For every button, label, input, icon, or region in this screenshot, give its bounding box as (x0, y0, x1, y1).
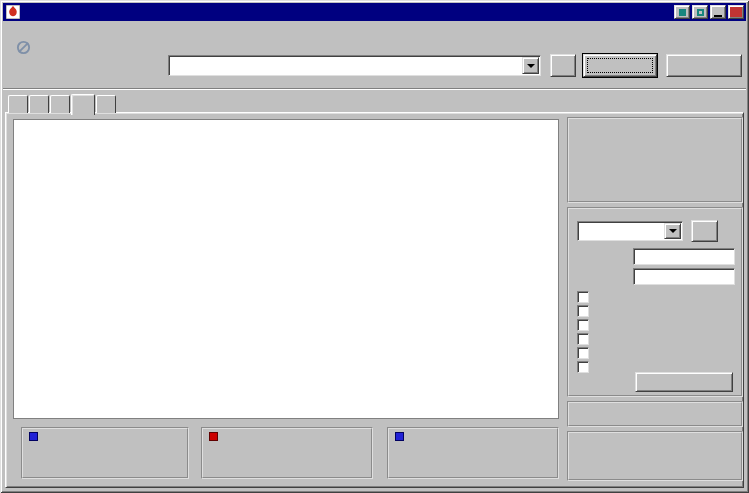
minimize-button[interactable] (710, 5, 726, 19)
disc-quality-panel (5, 112, 744, 488)
stat-pi-errors (21, 427, 189, 479)
exit-button[interactable] (666, 54, 742, 77)
checkbox-quick-scan[interactable] (577, 291, 735, 305)
menu-file[interactable] (5, 28, 19, 32)
minimize-icon (714, 15, 722, 17)
app-icon (6, 5, 22, 19)
toolbar-separator (3, 88, 746, 90)
app-glyph-icon (697, 9, 704, 16)
toolbar (3, 39, 746, 88)
app-glyph-icon (679, 9, 686, 16)
speed-select-arrow[interactable] (664, 223, 681, 239)
tab-bar (8, 92, 117, 113)
chevron-down-icon (669, 229, 677, 233)
tab-disc-info[interactable] (50, 95, 70, 113)
progress-box (567, 431, 743, 481)
checkbox-icon (577, 347, 589, 359)
menu-extra[interactable] (33, 28, 47, 32)
eject-hand-button[interactable] (550, 54, 576, 77)
disc-info-row (577, 145, 733, 159)
titlebar-app-button-1[interactable] (674, 5, 690, 19)
chart-canvas (13, 119, 559, 419)
close-button[interactable] (728, 5, 744, 19)
drive-select-arrow[interactable] (522, 57, 539, 74)
pi-errors-legend-icon (29, 432, 38, 441)
advanced-button[interactable] (635, 372, 733, 392)
menu-bar (3, 21, 746, 39)
checkbox-show-jitter[interactable] (577, 333, 735, 347)
jitter-legend-icon (395, 432, 404, 441)
drive-select[interactable] (168, 55, 541, 76)
checkbox-icon (577, 291, 589, 303)
start-button[interactable] (583, 54, 657, 77)
titlebar-app-button-2[interactable] (692, 5, 708, 19)
tab-benchmark[interactable] (8, 95, 28, 113)
checkbox-show-c1-pie[interactable] (577, 305, 735, 319)
titlebar-buttons (674, 5, 744, 19)
title-bar (3, 3, 746, 21)
refresh-button[interactable] (691, 220, 718, 242)
disc-info-row (577, 161, 733, 175)
pi-failures-legend-icon (209, 432, 218, 441)
checkbox-icon (577, 305, 589, 317)
checkbox-icon (577, 361, 589, 373)
checkbox-icon (577, 319, 589, 331)
checkbox-show-c2-pif[interactable] (577, 319, 735, 333)
tab-disc-quality[interactable] (71, 94, 95, 115)
pif-jitter-chart (50, 270, 538, 392)
cd-dvd-speed-wordmark (13, 40, 163, 55)
tab-scandisc[interactable] (96, 95, 116, 113)
end-position-field[interactable] (633, 268, 735, 285)
app-window (0, 0, 749, 493)
tab-create-disc[interactable] (29, 95, 49, 113)
disc-info-row (577, 177, 733, 191)
disc-info-group (567, 117, 743, 203)
nero-logo (13, 40, 163, 55)
settings-group (567, 207, 743, 397)
speed-gauge-icon (16, 40, 31, 55)
menu-help[interactable] (47, 28, 61, 32)
stat-jitter (387, 427, 559, 479)
pi-errors-chart (50, 126, 538, 248)
stat-pi-failures (201, 427, 373, 479)
quality-score-box (567, 401, 743, 427)
speed-select[interactable] (577, 221, 683, 241)
disc-info-row (577, 129, 733, 143)
menu-run-test[interactable] (19, 28, 33, 32)
checkbox-icon (577, 333, 589, 345)
start-position-field[interactable] (633, 248, 735, 265)
chevron-down-icon (527, 64, 535, 68)
checkbox-show-read-speed[interactable] (577, 347, 735, 361)
